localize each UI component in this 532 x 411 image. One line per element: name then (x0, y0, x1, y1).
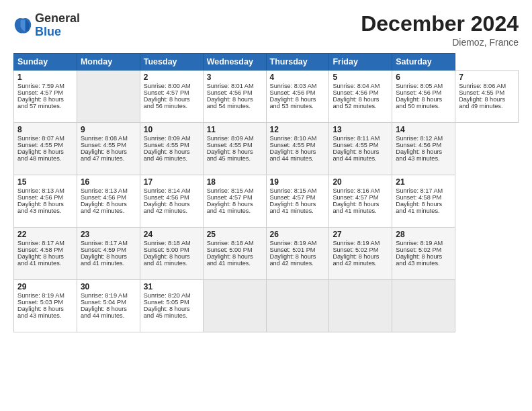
logo-general: General (35, 12, 80, 26)
calendar-cell-3: 3Sunrise: 8:01 AMSunset: 4:56 PMDaylight… (203, 71, 266, 123)
week-row-1: 8Sunrise: 8:07 AMSunset: 4:55 PMDaylight… (14, 123, 519, 175)
day-number: 28 (396, 230, 451, 239)
day-number: 30 (81, 282, 136, 291)
day-number: 29 (17, 282, 73, 291)
calendar-cell-24: 24Sunrise: 8:18 AMSunset: 5:00 PMDayligh… (140, 228, 203, 280)
week-row-2: 15Sunrise: 8:13 AMSunset: 4:56 PMDayligh… (14, 175, 519, 228)
calendar-cell-22: 22Sunrise: 8:17 AMSunset: 4:58 PMDayligh… (14, 228, 77, 280)
calendar-cell-30: 30Sunrise: 8:19 AMSunset: 5:04 PMDayligh… (77, 280, 140, 332)
day-number: 19 (270, 177, 326, 187)
calendar-cell-18: 18Sunrise: 8:15 AMSunset: 4:57 PMDayligh… (203, 175, 266, 228)
logo-text: General Blue (35, 12, 80, 39)
week-row-0: 1Sunrise: 7:59 AMSunset: 4:57 PMDaylight… (14, 71, 519, 123)
calendar-cell-5: 5Sunrise: 8:04 AMSunset: 4:56 PMDaylight… (329, 71, 392, 123)
calendar-cell-12: 12Sunrise: 8:10 AMSunset: 4:55 PMDayligh… (266, 123, 329, 175)
day-number: 5 (332, 73, 388, 82)
calendar-cell-27: 27Sunrise: 8:19 AMSunset: 5:02 PMDayligh… (329, 228, 392, 280)
day-number: 4 (270, 73, 326, 82)
week-row-4: 29Sunrise: 8:19 AMSunset: 5:03 PMDayligh… (14, 280, 519, 332)
day-header-saturday: Saturday (392, 54, 455, 71)
calendar-cell-10: 10Sunrise: 8:09 AMSunset: 4:55 PMDayligh… (140, 123, 203, 175)
day-number: 27 (332, 230, 388, 239)
calendar-cell-19: 19Sunrise: 8:15 AMSunset: 4:57 PMDayligh… (266, 175, 329, 228)
calendar-cell-23: 23Sunrise: 8:17 AMSunset: 4:59 PMDayligh… (77, 228, 140, 280)
calendar-cell-15: 15Sunrise: 8:13 AMSunset: 4:56 PMDayligh… (14, 175, 77, 228)
day-header-thursday: Thursday (266, 54, 329, 71)
day-number: 18 (207, 177, 263, 187)
day-number: 17 (144, 177, 200, 187)
calendar-cell-31: 31Sunrise: 8:20 AMSunset: 5:05 PMDayligh… (140, 280, 203, 332)
calendar-cell-4: 4Sunrise: 8:03 AMSunset: 4:56 PMDaylight… (266, 71, 329, 123)
calendar-cell-11: 11Sunrise: 8:09 AMSunset: 4:55 PMDayligh… (203, 123, 266, 175)
calendar-cell-empty (329, 280, 392, 332)
day-number: 3 (207, 73, 263, 82)
day-header-monday: Monday (77, 54, 140, 71)
calendar-cell-6: 6Sunrise: 8:05 AMSunset: 4:56 PMDaylight… (392, 71, 455, 123)
calendar-cell-7: 7Sunrise: 8:06 AMSunset: 4:55 PMDaylight… (455, 71, 519, 123)
day-number: 21 (396, 177, 451, 187)
day-number: 9 (81, 125, 136, 134)
calendar-cell-20: 20Sunrise: 8:16 AMSunset: 4:57 PMDayligh… (329, 175, 392, 228)
calendar-cell-empty (392, 280, 455, 332)
calendar-cell-empty (266, 280, 329, 332)
calendar-cell-29: 29Sunrise: 8:19 AMSunset: 5:03 PMDayligh… (14, 280, 77, 332)
general-blue-logo-icon (13, 16, 32, 35)
day-number: 24 (144, 230, 200, 239)
calendar-cell-21: 21Sunrise: 8:17 AMSunset: 4:58 PMDayligh… (392, 175, 455, 228)
day-number: 2 (144, 73, 200, 82)
day-number: 16 (81, 177, 136, 187)
header: General Blue December 2024 Diemoz, Franc… (13, 12, 519, 48)
day-header-sunday: Sunday (14, 54, 77, 71)
day-number: 15 (17, 177, 73, 187)
calendar-cell-13: 13Sunrise: 8:11 AMSunset: 4:55 PMDayligh… (329, 123, 392, 175)
calendar-cell-empty (203, 280, 266, 332)
calendar-cell-16: 16Sunrise: 8:13 AMSunset: 4:56 PMDayligh… (77, 175, 140, 228)
logo: General Blue (13, 12, 80, 39)
day-number: 25 (207, 230, 263, 239)
month-title: December 2024 (361, 12, 519, 36)
day-number: 23 (81, 230, 136, 239)
logo-blue: Blue (35, 26, 80, 39)
day-header-wednesday: Wednesday (203, 54, 266, 71)
day-number: 1 (17, 73, 73, 82)
calendar-cell-8: 8Sunrise: 8:07 AMSunset: 4:55 PMDaylight… (14, 123, 77, 175)
title-area: December 2024 Diemoz, France (361, 12, 519, 48)
day-number: 31 (144, 282, 200, 291)
day-number: 26 (270, 230, 326, 239)
day-number: 22 (17, 230, 73, 239)
day-header-friday: Friday (329, 54, 392, 71)
day-number: 7 (459, 73, 515, 82)
calendar-table: SundayMondayTuesdayWednesdayThursdayFrid… (13, 53, 519, 332)
day-header-tuesday: Tuesday (140, 54, 203, 71)
calendar-cell-17: 17Sunrise: 8:14 AMSunset: 4:56 PMDayligh… (140, 175, 203, 228)
day-number: 10 (144, 125, 200, 134)
calendar-cell-1: 1Sunrise: 7:59 AMSunset: 4:57 PMDaylight… (14, 71, 77, 123)
calendar-cell-28: 28Sunrise: 8:19 AMSunset: 5:02 PMDayligh… (392, 228, 455, 280)
calendar-cell-26: 26Sunrise: 8:19 AMSunset: 5:01 PMDayligh… (266, 228, 329, 280)
day-number: 11 (207, 125, 263, 134)
calendar-cell-2: 2Sunrise: 8:00 AMSunset: 4:57 PMDaylight… (140, 71, 203, 123)
day-number: 14 (396, 125, 451, 134)
calendar-cell-25: 25Sunrise: 8:18 AMSunset: 5:00 PMDayligh… (203, 228, 266, 280)
calendar-cell-9: 9Sunrise: 8:08 AMSunset: 4:55 PMDaylight… (77, 123, 140, 175)
calendar-cell-empty (77, 71, 140, 123)
calendar-cell-14: 14Sunrise: 8:12 AMSunset: 4:56 PMDayligh… (392, 123, 455, 175)
day-number: 8 (17, 125, 73, 134)
page: General Blue December 2024 Diemoz, Franc… (0, 0, 532, 411)
day-number: 12 (270, 125, 326, 134)
day-number: 13 (332, 125, 388, 134)
day-number: 20 (332, 177, 388, 187)
subtitle: Diemoz, France (361, 37, 519, 48)
days-header-row: SundayMondayTuesdayWednesdayThursdayFrid… (14, 54, 519, 71)
day-number: 6 (396, 73, 451, 82)
week-row-3: 22Sunrise: 8:17 AMSunset: 4:58 PMDayligh… (14, 228, 519, 280)
